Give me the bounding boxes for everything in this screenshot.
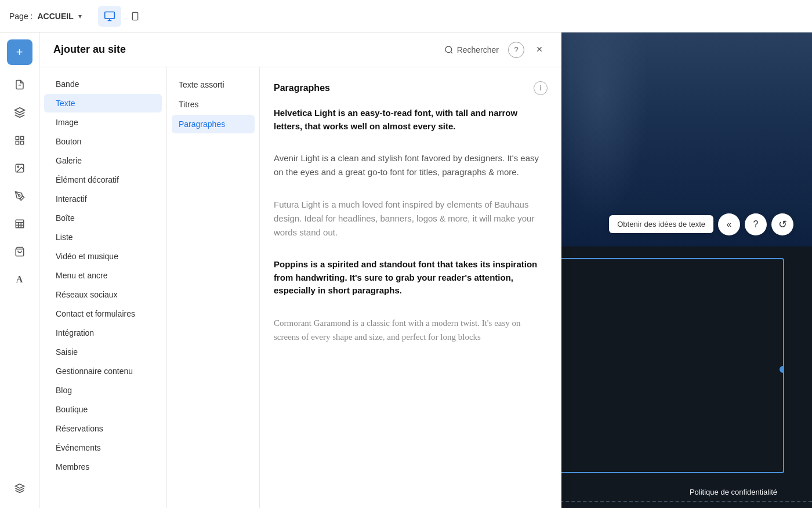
category-item-menu-ancre[interactable]: Menu et ancre	[44, 266, 162, 285]
svg-rect-7	[20, 136, 23, 139]
page-selector-chevron: ▾	[78, 12, 82, 20]
apps-icon-button[interactable]	[7, 128, 32, 153]
pages-icon-button[interactable]	[7, 72, 32, 97]
svg-rect-13	[16, 220, 24, 228]
category-item-video-musique[interactable]: Vidéo et musique	[44, 247, 162, 266]
info-icon-button[interactable]: i	[534, 81, 548, 95]
category-item-boutique[interactable]: Boutique	[44, 400, 162, 419]
main-layout: +	[0, 32, 812, 508]
svg-line-21	[451, 52, 452, 53]
panel-body: BandeTexteImageBoutonGalerieÉlément déco…	[39, 67, 561, 508]
search-label: Rechercher	[457, 45, 499, 55]
redo-button[interactable]: ↺	[771, 213, 793, 235]
back-button[interactable]: «	[718, 213, 740, 235]
font-icon-button[interactable]: A	[7, 267, 32, 292]
help-icon: ?	[753, 219, 759, 230]
preview-panel: Paragraphes i Helvetica Light is an easy…	[260, 67, 561, 508]
redo-icon: ↺	[778, 218, 787, 231]
category-item-boite[interactable]: Boîte	[44, 209, 162, 227]
panel-header: Ajouter au site Rechercher ? ×	[39, 32, 561, 67]
page-name: ACCUEIL	[37, 12, 73, 21]
shop-icon-button[interactable]	[7, 239, 32, 264]
font-preview-poppins[interactable]: Poppins is a spirited and standout font …	[274, 258, 548, 300]
subcategory-item-texte-assorti[interactable]: Texte assorti	[172, 75, 255, 94]
text-ideas-button[interactable]: Obtenir des idées de texte	[609, 215, 713, 233]
help-label: ?	[514, 45, 518, 54]
category-item-membres[interactable]: Membres	[44, 458, 162, 476]
svg-rect-8	[16, 141, 19, 144]
mobile-view-button[interactable]	[124, 6, 147, 27]
category-item-texte[interactable]: Texte	[44, 94, 162, 113]
font-preview-futura[interactable]: Futura Light is a much loved font inspir…	[274, 198, 548, 242]
preview-title: Paragraphes	[274, 83, 534, 93]
table-icon-button[interactable]	[7, 211, 32, 237]
text-style-icon-button[interactable]	[7, 100, 32, 125]
category-item-liste[interactable]: Liste	[44, 228, 162, 246]
category-item-evenements[interactable]: Événements	[44, 438, 162, 457]
svg-rect-6	[16, 136, 19, 139]
svg-point-12	[18, 195, 20, 197]
svg-point-20	[445, 46, 452, 53]
font-previews: Helvetica Light is an easy-to-read font,…	[274, 107, 548, 344]
media-icon-button[interactable]	[7, 155, 32, 181]
svg-rect-9	[20, 141, 23, 144]
svg-rect-0	[104, 12, 114, 19]
help-panel-button[interactable]: ?	[508, 42, 524, 58]
category-item-reseaux-sociaux[interactable]: Réseaux sociaux	[44, 285, 162, 304]
font-preview-cormorant[interactable]: Cormorant Garamond is a classic font wit…	[274, 316, 548, 344]
subcategory-item-titres[interactable]: Titres	[172, 95, 255, 114]
category-list: BandeTexteImageBoutonGalerieÉlément déco…	[39, 67, 167, 508]
layers-icon-button[interactable]	[7, 476, 32, 501]
top-bar: Page : ACCUEIL ▾	[0, 0, 812, 32]
category-item-image[interactable]: Image	[44, 113, 162, 132]
subcategory-item-paragraphes[interactable]: Paragraphes	[172, 115, 255, 133]
category-item-contact-formulaires[interactable]: Contact et formulaires	[44, 304, 162, 323]
category-item-galerie[interactable]: Galerie	[44, 151, 162, 170]
resize-handle-right[interactable]	[780, 366, 784, 373]
category-item-interactif[interactable]: Interactif	[44, 190, 162, 208]
preview-header: Paragraphes i	[274, 81, 548, 95]
category-item-bande[interactable]: Bande	[44, 75, 162, 93]
desktop-view-button[interactable]	[98, 6, 121, 27]
svg-rect-3	[132, 12, 137, 20]
page-selector[interactable]: Page : ACCUEIL ▾	[9, 12, 82, 21]
add-panel: Ajouter au site Rechercher ? × BandeText…	[39, 32, 561, 508]
page-label: Page :	[9, 12, 32, 21]
privacy-label[interactable]: Politique de confidentialité	[690, 488, 777, 496]
draw-icon-button[interactable]	[7, 183, 32, 209]
device-buttons	[98, 6, 147, 27]
svg-marker-19	[15, 484, 24, 489]
category-item-integration[interactable]: Intégration	[44, 324, 162, 342]
panel-title: Ajouter au site	[53, 43, 444, 56]
svg-point-11	[17, 166, 19, 167]
font-preview-avenir[interactable]: Avenir Light is a clean and stylish font…	[274, 151, 548, 182]
category-item-element-decoratif[interactable]: Élément décoratif	[44, 170, 162, 189]
search-button[interactable]: Rechercher	[444, 45, 499, 55]
add-element-button[interactable]: +	[7, 39, 32, 65]
close-icon: ×	[536, 43, 543, 56]
category-item-bouton[interactable]: Bouton	[44, 132, 162, 151]
category-item-gestionnaire-contenu[interactable]: Gestionnaire contenu	[44, 362, 162, 380]
category-item-saisie[interactable]: Saisie	[44, 343, 162, 361]
subcategory-list: Texte assortiTitresParagraphes	[167, 67, 260, 508]
floating-toolbar: Obtenir des idées de texte « ? ↺	[609, 213, 793, 235]
icon-sidebar: +	[0, 32, 39, 508]
category-item-blog[interactable]: Blog	[44, 381, 162, 400]
close-panel-button[interactable]: ×	[531, 42, 548, 58]
help-button[interactable]: ?	[745, 213, 767, 235]
back-icon: «	[727, 219, 732, 230]
category-item-reservations[interactable]: Réservations	[44, 419, 162, 438]
font-preview-helvetica[interactable]: Helvetica Light is an easy-to-read font,…	[274, 107, 548, 135]
